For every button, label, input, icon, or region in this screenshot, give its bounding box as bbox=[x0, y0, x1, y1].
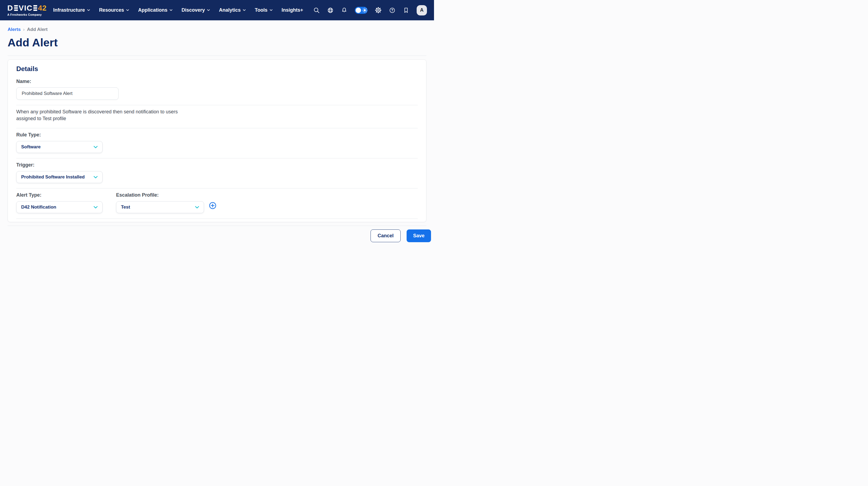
user-avatar[interactable]: A bbox=[416, 5, 427, 15]
logo-letter: D bbox=[7, 4, 13, 12]
svg-text:?: ? bbox=[391, 8, 393, 12]
search-button[interactable] bbox=[313, 7, 320, 13]
logo-letter: V bbox=[19, 4, 24, 12]
page-content: Alerts › Add Alert Add Alert Details Nam… bbox=[0, 27, 434, 222]
settings-button[interactable] bbox=[375, 7, 382, 13]
escalation-profile-column: Escalation Profile: Test bbox=[116, 192, 216, 213]
nav-item-label: Tools bbox=[255, 7, 268, 13]
logo-letter-e bbox=[33, 5, 37, 10]
search-icon bbox=[313, 7, 320, 13]
navbar-actions: ? A bbox=[313, 5, 427, 15]
breadcrumb-alerts-link[interactable]: Alerts bbox=[8, 27, 21, 32]
top-navbar: DVIC42 A Freshworks Company Infrastructu… bbox=[0, 0, 434, 20]
divider bbox=[16, 219, 418, 219]
nav-item-label: Discovery bbox=[182, 7, 205, 13]
alert-description: When any prohibited Software is discover… bbox=[16, 108, 418, 122]
escalation-profile-label: Escalation Profile: bbox=[116, 192, 216, 198]
divider bbox=[16, 128, 418, 128]
nav-item-resources[interactable]: Resources bbox=[99, 7, 129, 13]
notifications-bell-icon bbox=[341, 7, 347, 13]
name-label: Name: bbox=[16, 79, 418, 84]
chevron-down-icon bbox=[94, 206, 98, 208]
plus-circle-icon bbox=[209, 202, 216, 209]
help-button[interactable]: ? bbox=[389, 7, 396, 13]
chevron-down-icon bbox=[270, 9, 273, 11]
breadcrumb-separator: › bbox=[23, 27, 24, 32]
chevron-down-icon bbox=[243, 9, 246, 11]
trigger-label: Trigger: bbox=[16, 162, 418, 168]
chevron-down-icon bbox=[195, 206, 199, 208]
breadcrumb: Alerts › Add Alert bbox=[8, 27, 426, 32]
trigger-select[interactable]: Prohibited Software Installed bbox=[16, 171, 102, 183]
footer-divider bbox=[8, 226, 426, 226]
logo-wordmark: DVIC42 bbox=[7, 4, 46, 12]
alert-type-escalation-row: Alert Type: D42 Notification Escalation … bbox=[16, 192, 418, 213]
rule-type-label: Rule Type: bbox=[16, 132, 418, 138]
nav-item-label: Analytics bbox=[219, 7, 241, 13]
chevron-down-icon bbox=[94, 176, 98, 179]
add-escalation-profile-button[interactable] bbox=[209, 202, 216, 209]
alert-type-label: Alert Type: bbox=[16, 192, 116, 198]
help-icon: ? bbox=[389, 7, 396, 13]
theme-toggle[interactable] bbox=[355, 7, 368, 14]
settings-gear-icon bbox=[375, 7, 382, 13]
logo-letter: C bbox=[27, 4, 33, 12]
globe-icon bbox=[327, 7, 334, 13]
alert-type-column: Alert Type: D42 Notification bbox=[16, 192, 116, 213]
nav-item-applications[interactable]: Applications bbox=[138, 7, 173, 13]
nav-item-label: Applications bbox=[138, 7, 167, 13]
nav-item-tools[interactable]: Tools bbox=[255, 7, 273, 13]
toggle-knob bbox=[355, 8, 361, 13]
device42-logo[interactable]: DVIC42 A Freshworks Company bbox=[7, 4, 46, 16]
form-actions: Cancel Save bbox=[0, 229, 431, 242]
alert-details-card: Details Name: When any prohibited Softwa… bbox=[8, 59, 426, 222]
title-divider bbox=[8, 56, 426, 56]
nav-item-label: Resources bbox=[99, 7, 124, 13]
globe-language-button[interactable] bbox=[327, 7, 334, 13]
alert-type-select[interactable]: D42 Notification bbox=[16, 201, 102, 213]
nav-item-label: Insights+ bbox=[282, 7, 303, 13]
nav-item-discovery[interactable]: Discovery bbox=[182, 7, 210, 13]
details-section-title: Details bbox=[16, 65, 418, 73]
logo-letter: I bbox=[24, 4, 27, 12]
name-input[interactable] bbox=[16, 87, 119, 100]
divider bbox=[16, 188, 418, 189]
logo-tagline: A Freshworks Company bbox=[7, 13, 46, 16]
nav-item-insights-[interactable]: Insights+ bbox=[282, 7, 303, 13]
notifications-button[interactable] bbox=[341, 7, 347, 13]
nav-item-analytics[interactable]: Analytics bbox=[219, 7, 246, 13]
logo-letter-e bbox=[14, 5, 18, 10]
escalation-profile-select[interactable]: Test bbox=[116, 201, 204, 213]
bookmark-icon bbox=[403, 7, 409, 13]
rule-type-select[interactable]: Software bbox=[16, 141, 102, 153]
divider bbox=[16, 158, 418, 158]
chevron-down-icon bbox=[207, 9, 210, 11]
save-button[interactable]: Save bbox=[407, 229, 431, 242]
chevron-down-icon bbox=[169, 9, 173, 11]
bookmark-button[interactable] bbox=[403, 7, 409, 13]
main-nav-menu: InfrastructureResourcesApplicationsDisco… bbox=[53, 7, 303, 13]
chevron-down-icon bbox=[94, 146, 98, 148]
nav-item-infrastructure[interactable]: Infrastructure bbox=[53, 7, 90, 13]
chevron-down-icon bbox=[87, 9, 90, 11]
nav-item-label: Infrastructure bbox=[53, 7, 85, 13]
page-title: Add Alert bbox=[8, 36, 426, 49]
logo-number: 42 bbox=[38, 4, 46, 12]
breadcrumb-current: Add Alert bbox=[27, 27, 48, 32]
chevron-down-icon bbox=[126, 9, 129, 11]
cancel-button[interactable]: Cancel bbox=[371, 229, 401, 242]
